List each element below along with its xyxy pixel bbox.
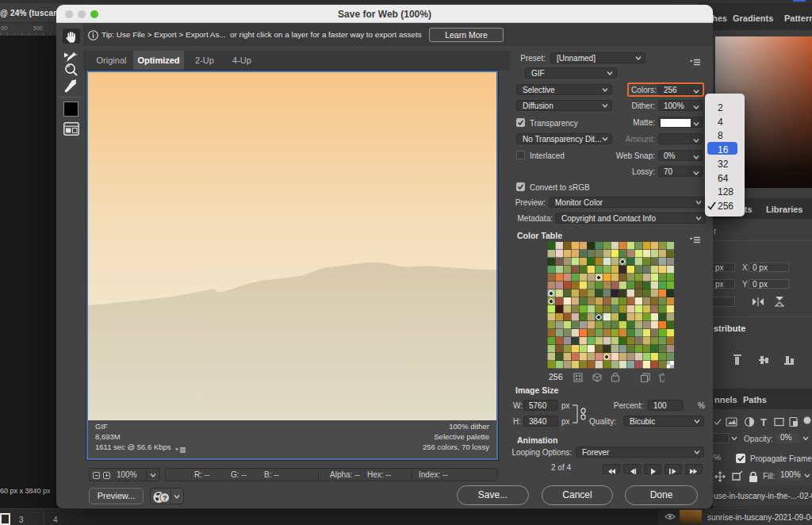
svg-text:?: ? — [163, 493, 167, 501]
svg-text:T: T — [760, 416, 767, 428]
